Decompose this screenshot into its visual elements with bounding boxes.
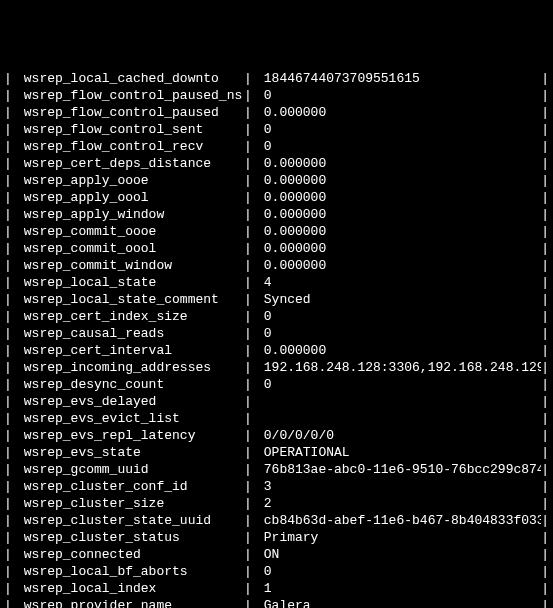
pipe-icon: | [4,325,16,342]
table-row: | wsrep_provider_name| Galera| [0,597,553,608]
pipe-icon: | [541,70,549,87]
pipe-icon: | [4,444,16,461]
variable-name: wsrep_gcomm_uuid [16,461,244,478]
pipe-icon: | [541,342,549,359]
variable-value: 0.000000 [256,342,541,359]
pipe-icon: | [541,512,549,529]
pipe-icon: | [244,580,256,597]
table-row: | wsrep_cluster_size| 2| [0,495,553,512]
variable-name: wsrep_cluster_size [16,495,244,512]
variable-value: 0 [256,308,541,325]
pipe-icon: | [4,138,16,155]
variable-value: 0.000000 [256,155,541,172]
pipe-icon: | [4,512,16,529]
variable-value: 192.168.248.128:3306,192.168.248.129:330… [256,359,541,376]
variable-name: wsrep_cluster_conf_id [16,478,244,495]
pipe-icon: | [4,461,16,478]
pipe-icon: | [4,223,16,240]
pipe-icon: | [541,189,549,206]
variable-name: wsrep_apply_window [16,206,244,223]
pipe-icon: | [244,189,256,206]
table-row: | wsrep_evs_delayed| | [0,393,553,410]
variable-name: wsrep_evs_delayed [16,393,244,410]
pipe-icon: | [244,342,256,359]
pipe-icon: | [244,444,256,461]
table-row: | wsrep_cert_index_size| 0| [0,308,553,325]
variable-name: wsrep_commit_oooe [16,223,244,240]
variable-name: wsrep_flow_control_paused [16,104,244,121]
table-row: | wsrep_local_state_comment| Synced| [0,291,553,308]
variable-value: Primary [256,529,541,546]
pipe-icon: | [4,427,16,444]
pipe-icon: | [541,138,549,155]
variable-value: 18446744073709551615 [256,70,541,87]
variable-value: 0.000000 [256,240,541,257]
pipe-icon: | [4,257,16,274]
table-row: | wsrep_flow_control_sent| 0| [0,121,553,138]
table-row: | wsrep_commit_window| 0.000000| [0,257,553,274]
variable-name: wsrep_cert_deps_distance [16,155,244,172]
pipe-icon: | [541,206,549,223]
pipe-icon: | [541,444,549,461]
pipe-icon: | [541,580,549,597]
table-row: | wsrep_commit_oool| 0.000000| [0,240,553,257]
table-row: | wsrep_commit_oooe| 0.000000| [0,223,553,240]
table-row: | wsrep_cluster_state_uuid| cb84b63d-abe… [0,512,553,529]
pipe-icon: | [541,495,549,512]
variable-name: wsrep_local_state [16,274,244,291]
pipe-icon: | [4,478,16,495]
variable-name: wsrep_evs_evict_list [16,410,244,427]
variable-name: wsrep_flow_control_recv [16,138,244,155]
pipe-icon: | [4,308,16,325]
pipe-icon: | [541,529,549,546]
table-row: | wsrep_cert_deps_distance| 0.000000| [0,155,553,172]
pipe-icon: | [541,172,549,189]
pipe-icon: | [244,155,256,172]
pipe-icon: | [541,104,549,121]
pipe-icon: | [4,206,16,223]
variable-value: Synced [256,291,541,308]
variable-value: 0 [256,563,541,580]
pipe-icon: | [244,546,256,563]
pipe-icon: | [541,274,549,291]
pipe-icon: | [541,308,549,325]
pipe-icon: | [244,512,256,529]
pipe-icon: | [244,529,256,546]
pipe-icon: | [541,546,549,563]
pipe-icon: | [541,291,549,308]
pipe-icon: | [4,104,16,121]
variable-value: 0.000000 [256,257,541,274]
table-row: | wsrep_apply_oool| 0.000000| [0,189,553,206]
pipe-icon: | [244,223,256,240]
pipe-icon: | [244,257,256,274]
variable-value: cb84b63d-abef-11e6-b467-8b404833f033 [256,512,541,529]
pipe-icon: | [244,172,256,189]
variable-value: Galera [256,597,541,608]
table-row: | wsrep_apply_oooe| 0.000000| [0,172,553,189]
variable-name: wsrep_local_cached_downto [16,70,244,87]
pipe-icon: | [4,410,16,427]
variable-value: 1 [256,580,541,597]
pipe-icon: | [541,461,549,478]
pipe-icon: | [244,308,256,325]
variable-value: 0.000000 [256,172,541,189]
pipe-icon: | [4,70,16,87]
pipe-icon: | [4,529,16,546]
table-row: | wsrep_evs_state| OPERATIONAL| [0,444,553,461]
variable-value [256,410,541,427]
pipe-icon: | [4,393,16,410]
table-row: | wsrep_gcomm_uuid| 76b813ae-abc0-11e6-9… [0,461,553,478]
pipe-icon: | [244,87,256,104]
pipe-icon: | [244,70,256,87]
pipe-icon: | [541,325,549,342]
pipe-icon: | [4,291,16,308]
pipe-icon: | [4,342,16,359]
variable-name: wsrep_local_bf_aborts [16,563,244,580]
table-row: | wsrep_flow_control_recv| 0| [0,138,553,155]
table-row: | wsrep_local_index| 1| [0,580,553,597]
variable-value: 0 [256,87,541,104]
pipe-icon: | [4,274,16,291]
pipe-icon: | [244,206,256,223]
variable-name: wsrep_causal_reads [16,325,244,342]
variable-value: ON [256,546,541,563]
